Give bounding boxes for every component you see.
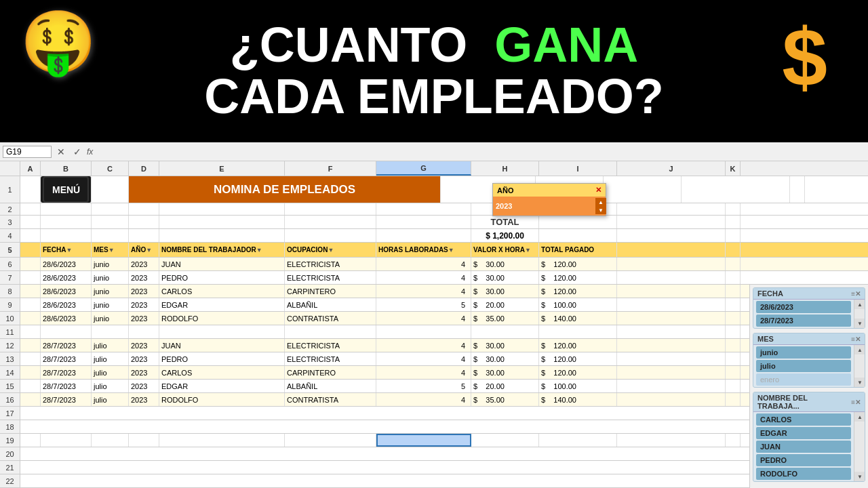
cell-a19[interactable] <box>20 434 41 447</box>
slicer-mes-enero[interactable]: enero <box>756 373 851 386</box>
cell-d19[interactable] <box>129 434 159 447</box>
slicer-fecha-scroll-up[interactable]: ▲ <box>854 300 865 309</box>
cell-g2[interactable] <box>376 203 471 215</box>
cell-valor-15[interactable]: $ 20.00 <box>471 380 539 392</box>
cell-j19[interactable] <box>617 434 726 447</box>
cell-ano-13[interactable]: 2023 <box>129 352 159 365</box>
cell-b19[interactable] <box>41 434 92 447</box>
cell-d2[interactable] <box>129 203 159 215</box>
col-header-j[interactable]: J <box>617 161 726 176</box>
cell-mes-6[interactable]: junio <box>92 258 129 270</box>
cell-c11[interactable] <box>92 325 129 338</box>
cell-valor-8[interactable]: $ 30.00 <box>471 285 539 298</box>
cell-i1[interactable] <box>604 176 682 203</box>
cell-a15[interactable] <box>20 380 41 392</box>
cell-total-8[interactable]: $ 120.00 <box>539 285 617 298</box>
slicer-nombre-rodolfo[interactable]: RODOLFO <box>756 468 851 480</box>
cell-empty-21[interactable] <box>20 461 868 474</box>
cell-nombre-12[interactable]: JUAN <box>159 339 285 352</box>
cell-j1[interactable] <box>682 176 790 203</box>
cell-k15[interactable] <box>726 380 741 392</box>
cell-k11[interactable] <box>726 325 741 338</box>
cell-ano-12[interactable]: 2023 <box>129 339 159 352</box>
cell-ocup-8[interactable]: CARPINTERO <box>285 285 376 298</box>
cell-fecha-15[interactable]: 28/7/2023 <box>41 380 92 392</box>
slicer-fecha-scroll-down[interactable]: ▼ <box>854 319 865 328</box>
cell-i11[interactable] <box>539 325 617 338</box>
cell-ano-6[interactable]: 2023 <box>129 258 159 270</box>
col-header-b[interactable]: B <box>41 161 92 176</box>
cell-f4[interactable] <box>285 229 376 242</box>
cell-d4[interactable] <box>129 229 159 242</box>
cell-b2[interactable] <box>41 203 92 215</box>
cell-ano-15[interactable]: 2023 <box>129 380 159 392</box>
cell-k16[interactable] <box>726 393 741 406</box>
cell-horas-8[interactable]: 4 <box>376 285 471 298</box>
cell-mes-15[interactable]: julio <box>92 380 129 392</box>
cell-a12[interactable] <box>20 339 41 352</box>
cell-fecha-14[interactable]: 28/7/2023 <box>41 366 92 379</box>
cell-h11[interactable] <box>471 325 539 338</box>
cell-f19[interactable] <box>285 434 376 447</box>
cell-ano-8[interactable]: 2023 <box>129 285 159 298</box>
cell-nombre-8[interactable]: CARLOS <box>159 285 285 298</box>
cell-reference-box[interactable]: G19 <box>3 146 52 158</box>
cell-e19[interactable] <box>159 434 285 447</box>
cell-j3[interactable] <box>617 216 726 228</box>
cell-k13[interactable] <box>726 352 741 365</box>
cell-j9[interactable] <box>617 298 726 311</box>
cell-k8[interactable] <box>726 285 741 298</box>
col-header-e[interactable]: E <box>159 161 285 176</box>
cell-fecha-6[interactable]: 28/6/2023 <box>41 258 92 270</box>
cell-mes-12[interactable]: julio <box>92 339 129 352</box>
cell-valor-13[interactable]: $ 30.00 <box>471 352 539 365</box>
cell-mes-16[interactable]: julio <box>92 393 129 406</box>
cell-ano-14[interactable]: 2023 <box>129 366 159 379</box>
cell-a10[interactable] <box>20 312 41 325</box>
cell-d3[interactable] <box>129 216 159 228</box>
cell-e2[interactable] <box>159 203 285 215</box>
cell-horas-9[interactable]: 5 <box>376 298 471 311</box>
slicer-nombre-scroll-down[interactable]: ▼ <box>854 472 865 481</box>
cell-h19[interactable] <box>471 434 539 447</box>
cell-k3[interactable] <box>726 216 741 228</box>
cell-k7[interactable] <box>726 271 741 284</box>
cell-valor-14[interactable]: $ 30.00 <box>471 366 539 379</box>
cell-b11[interactable] <box>41 325 92 338</box>
cell-mes-14[interactable]: julio <box>92 366 129 379</box>
cell-b4[interactable] <box>41 229 92 242</box>
filter-ano-popup[interactable]: AÑO ✕ 2023 ▲ ▼ <box>492 183 606 216</box>
col-header-a[interactable]: A <box>20 161 41 176</box>
cell-k1[interactable] <box>790 176 805 203</box>
cell-j7[interactable] <box>617 271 726 284</box>
cell-mes-8[interactable]: junio <box>92 285 129 298</box>
cell-horas-15[interactable]: 5 <box>376 380 471 392</box>
cell-total-9[interactable]: $ 100.00 <box>539 298 617 311</box>
cell-ano-10[interactable]: 2023 <box>129 312 159 325</box>
cell-e3[interactable] <box>159 216 285 228</box>
cell-total-13[interactable]: $ 120.00 <box>539 352 617 365</box>
cell-nombre-6[interactable]: JUAN <box>159 258 285 270</box>
cancel-formula-btn[interactable]: ✕ <box>54 146 68 157</box>
cell-valor-9[interactable]: $ 20.00 <box>471 298 539 311</box>
cell-ocup-15[interactable]: ALBAÑIL <box>285 380 376 392</box>
cell-empty-17[interactable] <box>20 407 868 420</box>
cell-i19[interactable] <box>539 434 617 447</box>
filter-scroll-up[interactable]: ▲ <box>595 198 606 206</box>
slicer-mes-junio[interactable]: junio <box>756 346 851 359</box>
filter-scroll-down[interactable]: ▼ <box>595 206 606 214</box>
menu-button[interactable]: MENÚ <box>43 176 89 203</box>
slicer-fecha-clear-icon[interactable]: ≡✕ <box>851 290 861 298</box>
cell-nombre-7[interactable]: PEDRO <box>159 271 285 284</box>
col-header-i[interactable]: I <box>539 161 617 176</box>
cell-ocup-14[interactable]: CARPINTERO <box>285 366 376 379</box>
cell-j15[interactable] <box>617 380 726 392</box>
cell-fecha-10[interactable]: 28/6/2023 <box>41 312 92 325</box>
cell-total-7[interactable]: $ 120.00 <box>539 271 617 284</box>
cell-e4[interactable] <box>159 229 285 242</box>
cell-ocup-7[interactable]: ELECTRICISTA <box>285 271 376 284</box>
cell-a3[interactable] <box>20 216 41 228</box>
filter-clear-icon[interactable]: ✕ <box>595 186 601 195</box>
cell-j4[interactable] <box>617 229 726 242</box>
formula-input[interactable] <box>96 147 865 157</box>
